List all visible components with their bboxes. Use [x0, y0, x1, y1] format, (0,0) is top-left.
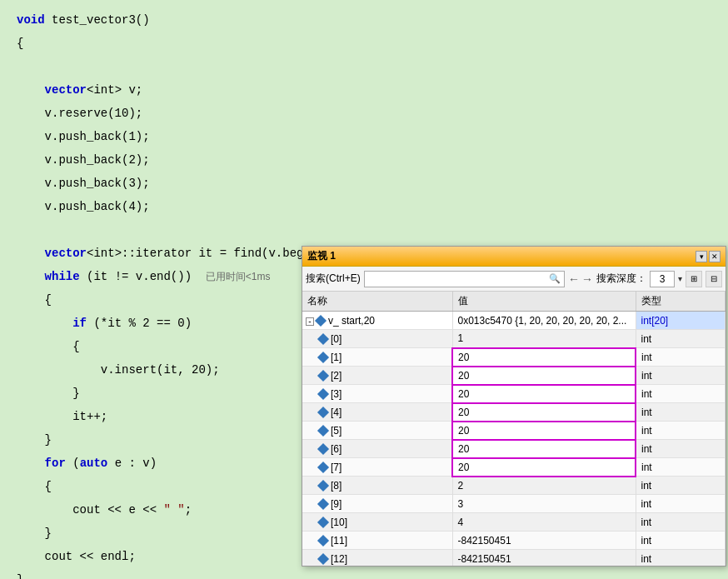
table-row: [5]20int	[302, 422, 726, 440]
cell-type: int	[636, 330, 726, 348]
nav-back-arrow[interactable]: ←	[568, 272, 580, 286]
toolbar-icon-settings[interactable]: ⊟	[706, 271, 722, 287]
name-text: [7]	[331, 462, 342, 473]
nav-arrows: ← →	[568, 272, 593, 286]
cell-value: 2	[452, 477, 636, 495]
code-line-5: v.reserve(10);	[17, 102, 711, 125]
cell-value: 20	[452, 440, 636, 458]
cell-value: 20	[452, 367, 636, 385]
cell-name: [9]	[302, 495, 452, 513]
code-line-9: v.push_back(4);	[17, 195, 711, 218]
table-row: -v_ start,200x013c5470 {1, 20, 20, 20, 2…	[302, 312, 726, 330]
watch-titlebar: 监视 1 ▾ ✕	[302, 247, 726, 267]
table-row: [12]-842150451int	[302, 550, 726, 567]
table-header-row: 名称 值 类型	[302, 292, 726, 312]
cell-value: 20	[452, 458, 636, 477]
name-text: [0]	[331, 333, 342, 345]
cell-name: [1]	[302, 348, 452, 367]
name-text: [9]	[331, 498, 342, 510]
depth-label: 搜索深度：	[596, 272, 646, 286]
expand-icon[interactable]: -	[306, 317, 314, 326]
diamond-icon	[317, 443, 329, 455]
watch-table[interactable]: 名称 值 类型 -v_ start,200x013c5470 {1, 20, 2…	[302, 292, 726, 566]
cell-type: int	[636, 348, 726, 367]
cell-name: [3]	[302, 385, 452, 403]
table-row: [7]20int	[302, 458, 726, 477]
diamond-icon	[317, 462, 329, 473]
cell-value: 3	[452, 495, 636, 513]
diamond-icon	[317, 498, 329, 510]
table-row: [8]2int	[302, 477, 726, 495]
name-text: [1]	[331, 352, 342, 363]
cell-type: int	[636, 403, 726, 422]
col-type-header: 类型	[636, 292, 726, 312]
code-line-4: vector<int> v;	[17, 78, 711, 102]
cell-type: int	[636, 458, 726, 477]
diamond-icon	[317, 517, 329, 528]
table-row: [0]1int	[302, 330, 726, 348]
cell-type: int	[636, 422, 726, 440]
cell-value: -842150451	[452, 532, 636, 550]
name-text: [2]	[331, 370, 342, 382]
cell-type: int	[636, 477, 726, 495]
cell-value: 20	[452, 403, 636, 422]
cell-name: [6]	[302, 440, 452, 458]
code-line-1: void test_vector3()	[17, 8, 711, 32]
table-row: [2]20int	[302, 367, 726, 385]
name-text: [12]	[331, 553, 347, 565]
diamond-icon	[317, 370, 329, 382]
diamond-icon	[317, 407, 329, 418]
nav-forward-arrow[interactable]: →	[581, 272, 593, 286]
name-text: [6]	[331, 443, 342, 455]
search-label: 搜索(Ctrl+E)	[306, 272, 361, 286]
table-row: [1]20int	[302, 348, 726, 367]
cell-type: int	[636, 385, 726, 403]
name-text: v_ start,20	[328, 315, 375, 327]
diamond-icon	[317, 425, 329, 437]
depth-value: 3	[650, 271, 675, 287]
name-text: [3]	[331, 388, 342, 400]
code-line-2: {	[17, 32, 711, 55]
watch-title: 监视 1	[307, 249, 336, 263]
depth-dropdown-arrow[interactable]: ▾	[678, 274, 682, 283]
search-icon: 🔍	[549, 273, 561, 284]
code-line-8: v.push_back(3);	[17, 172, 711, 195]
name-text: [10]	[331, 517, 347, 528]
diamond-icon	[317, 553, 329, 565]
diamond-icon	[317, 388, 329, 400]
watch-pin-button[interactable]: ▾	[696, 251, 707, 262]
table-row: [9]3int	[302, 495, 726, 513]
cell-value: 20	[452, 385, 636, 403]
cell-value: -842150451	[452, 550, 636, 567]
code-line-25: }	[17, 568, 711, 579]
watch-window: 监视 1 ▾ ✕ 搜索(Ctrl+E) 🔍 ← → 搜索深度： 3 ▾ ⊞ ⊟ …	[302, 246, 726, 567]
table-row: [11]-842150451int	[302, 532, 726, 550]
search-box[interactable]: 🔍	[364, 271, 565, 287]
col-name-header: 名称	[302, 292, 452, 312]
cell-type: int[20]	[636, 312, 726, 330]
name-text: [5]	[331, 425, 342, 437]
name-text: [11]	[331, 535, 347, 547]
toolbar-icon-filter[interactable]: ⊞	[686, 271, 702, 287]
table-row: [4]20int	[302, 403, 726, 422]
cell-type: int	[636, 367, 726, 385]
table-row: [10]4int	[302, 513, 726, 532]
cell-name: [5]	[302, 422, 452, 440]
watch-close-button[interactable]: ✕	[709, 251, 721, 262]
code-line-10	[17, 218, 711, 242]
diamond-icon	[315, 315, 327, 327]
cell-name: [8]	[302, 477, 452, 495]
diamond-icon	[317, 535, 329, 547]
code-line-6: v.push_back(1);	[17, 125, 711, 148]
code-line-7: v.push_back(2);	[17, 148, 711, 172]
cell-value: 20	[452, 348, 636, 367]
cell-name: [12]	[302, 550, 452, 567]
code-line-3	[17, 55, 711, 78]
cell-name: [7]	[302, 458, 452, 477]
cell-type: int	[636, 440, 726, 458]
cell-value: 0x013c5470 {1, 20, 20, 20, 20, 20, 2...	[452, 312, 636, 330]
cell-name: [4]	[302, 403, 452, 422]
col-value-header: 值	[452, 292, 636, 312]
search-input[interactable]	[368, 274, 549, 284]
diamond-icon	[317, 480, 329, 492]
